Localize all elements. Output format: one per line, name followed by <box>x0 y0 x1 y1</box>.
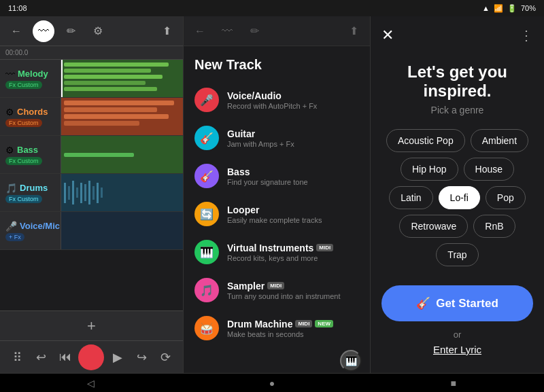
time-ruler: 00:00.0 <box>0 46 183 60</box>
nav-bar: ◁ ● ■ <box>0 373 544 392</box>
voice-audio-desc: Record with AutoPitch + Fx <box>227 102 359 110</box>
genre-chip-trap[interactable]: Trap <box>436 243 478 266</box>
daw-settings-btn[interactable]: ⚙ <box>87 20 109 42</box>
genre-chip-retrowave[interactable]: Retrowave <box>399 215 468 238</box>
looper-info: Looper Easily make complete tracks <box>227 204 359 224</box>
genre-chip-pop[interactable]: Pop <box>486 186 526 209</box>
genre-chip-hip-hop[interactable]: Hip Hop <box>401 158 458 181</box>
genre-title: Let's get you inspired. <box>381 63 533 101</box>
bass-track: ⚙ Bass Fx Custom <box>0 136 183 174</box>
chords-fx-badge[interactable]: Fx Custom <box>5 119 42 127</box>
record-button[interactable] <box>78 344 104 370</box>
nav-recents-btn[interactable]: ■ <box>440 374 467 393</box>
looper-desc: Easily make complete tracks <box>227 216 359 224</box>
redo-btn[interactable]: ↪ <box>131 346 152 368</box>
chords-name: Chords <box>17 107 48 117</box>
voice-track-content[interactable] <box>61 212 183 249</box>
bass-track-content[interactable] <box>61 136 183 173</box>
bass-name: Bass <box>17 145 38 155</box>
voice-fx-badge[interactable]: + Fx <box>5 233 24 241</box>
genre-chip-latin[interactable]: Latin <box>389 186 432 209</box>
genre-chip-acoustic-pop[interactable]: Acoustic Pop <box>386 129 465 152</box>
melody-track-content[interactable] <box>61 60 183 97</box>
guitar-info: Guitar Jam with Amps + Fx <box>227 128 359 148</box>
piano-transpose-btn[interactable]: 🎹 <box>340 350 362 372</box>
guitar-icon: 🎸 <box>194 126 219 150</box>
undo-btn[interactable]: ↩ <box>31 346 52 368</box>
status-bar: 11:08 ▲ 📶 🔋 70% <box>0 0 544 16</box>
track-option-sampler[interactable]: 🎵 Sampler MIDI Turn any sound into an in… <box>189 271 364 309</box>
drum-icon: 🥁 <box>194 316 219 340</box>
virtual-midi-badge: MIDI <box>316 244 333 251</box>
drum-midi-badge: MIDI <box>295 320 312 327</box>
sampler-desc: Turn any sound into an instrument <box>227 292 359 300</box>
track-option-drum[interactable]: 🥁 Drum Machine MIDI NEW Make beats in se… <box>189 309 364 347</box>
melody-icon: 〰 <box>5 69 15 79</box>
genre-grid: Acoustic Pop Ambient Hip Hop House Latin… <box>381 129 533 266</box>
voice-audio-name: Voice/Audio <box>227 90 359 101</box>
nav-back-btn[interactable]: ◁ <box>77 374 104 393</box>
daw-bottom-toolbar: ⠿ ↩ ⏮ ▶ ↪ ⟳ <box>0 340 183 373</box>
sampler-midi-badge: MIDI <box>267 282 284 289</box>
track-option-guitar[interactable]: 🎸 Guitar Jam with Amps + Fx <box>189 119 364 157</box>
new-track-list: 🎤 Voice/Audio Record with AutoPitch + Fx… <box>184 81 370 347</box>
virtual-info: Virtual Instruments MIDI Record kits, ke… <box>227 243 359 262</box>
genre-top-row: ✕ ⋮ <box>381 27 533 43</box>
bass-option-name: Bass <box>227 166 359 177</box>
bass-fx-badge[interactable]: Fx Custom <box>5 157 42 165</box>
prev-btn[interactable]: ⏮ <box>54 346 76 368</box>
nav-home-btn[interactable]: ● <box>258 374 286 393</box>
get-started-button[interactable]: 🎸 Get Started <box>381 285 533 321</box>
enter-lyric-btn[interactable]: Enter Lyric <box>381 344 533 355</box>
daw-edit-btn[interactable]: ✏ <box>60 20 82 42</box>
drums-icon: 🎵 <box>5 183 17 194</box>
daw-back-btn[interactable]: ← <box>5 20 27 42</box>
track-option-bass[interactable]: 🎸 Bass Find your signature tone <box>189 157 364 195</box>
drums-track: 🎵 Drums Fx Custom <box>0 174 183 212</box>
drum-desc: Make beats in seconds <box>227 330 359 338</box>
voice-name: Voice/Mic <box>20 221 60 231</box>
looper-name: Looper <box>227 204 359 215</box>
nt-wave-btn[interactable]: 〰 <box>216 20 238 42</box>
guitar-name: Guitar <box>227 128 359 139</box>
mixer-btn[interactable]: ⠿ <box>7 346 29 368</box>
loop-btn[interactable]: ⟳ <box>154 346 176 368</box>
new-track-panel: ← 〰 ✏ ⬆ New Track 🎤 Voice/Audio Record w… <box>184 16 371 373</box>
time-code: 00:00.0 <box>5 49 28 56</box>
drum-info: Drum Machine MIDI NEW Make beats in seco… <box>227 319 359 338</box>
drums-track-content[interactable] <box>61 174 183 211</box>
battery-icon: 🔋 <box>507 4 517 13</box>
dots-menu-btn[interactable]: ⋮ <box>520 27 533 43</box>
daw-export-btn[interactable]: ⬆ <box>156 20 177 42</box>
drums-fx-badge[interactable]: Fx Custom <box>5 195 42 203</box>
play-btn[interactable]: ▶ <box>107 346 129 368</box>
track-list: 〰 Melody Fx Custom <box>0 60 183 310</box>
melody-fx-badge[interactable]: Fx Custom <box>5 81 42 89</box>
sampler-info: Sampler MIDI Turn any sound into an inst… <box>227 281 359 300</box>
bass-label-container: ⚙ Bass Fx Custom <box>0 136 61 173</box>
genre-chip-ambient[interactable]: Ambient <box>471 129 528 152</box>
nt-back-btn[interactable]: ← <box>189 20 211 42</box>
genre-chip-lo-fi[interactable]: Lo-fi <box>439 186 480 209</box>
genre-chip-rnb[interactable]: RnB <box>473 215 515 238</box>
virtual-desc: Record kits, keys and more <box>227 254 359 262</box>
track-option-voice[interactable]: 🎤 Voice/Audio Record with AutoPitch + Fx <box>189 81 364 119</box>
genre-subtitle: Pick a genre <box>381 105 533 115</box>
nt-edit-btn[interactable]: ✏ <box>243 20 265 42</box>
new-track-title: New Track <box>184 46 370 81</box>
nt-export-btn[interactable]: ⬆ <box>343 20 364 42</box>
bass-option-desc: Find your signature tone <box>227 178 359 186</box>
sampler-icon: 🎵 <box>194 278 219 302</box>
looper-icon: 🔄 <box>194 202 219 226</box>
virtual-icon: 🎹 <box>194 240 219 264</box>
daw-waveform-btn[interactable]: 〰 <box>33 20 54 42</box>
genre-chip-house[interactable]: House <box>464 158 514 181</box>
genre-close-btn[interactable]: ✕ <box>381 28 394 43</box>
main-content: ← 〰 ✏ ⚙ ⬆ 00:00.0 〰 Melody Fx Custom <box>0 16 544 373</box>
track-option-looper[interactable]: 🔄 Looper Easily make complete tracks <box>189 195 364 233</box>
track-option-virtual[interactable]: 🎹 Virtual Instruments MIDI Record kits, … <box>189 233 364 271</box>
add-track-button[interactable]: + <box>0 310 183 340</box>
chords-track: ⚙ Chords Fx Custom <box>0 98 183 136</box>
melody-label: 〰 Melody Fx Custom <box>0 60 61 97</box>
chords-track-content[interactable] <box>61 98 183 135</box>
